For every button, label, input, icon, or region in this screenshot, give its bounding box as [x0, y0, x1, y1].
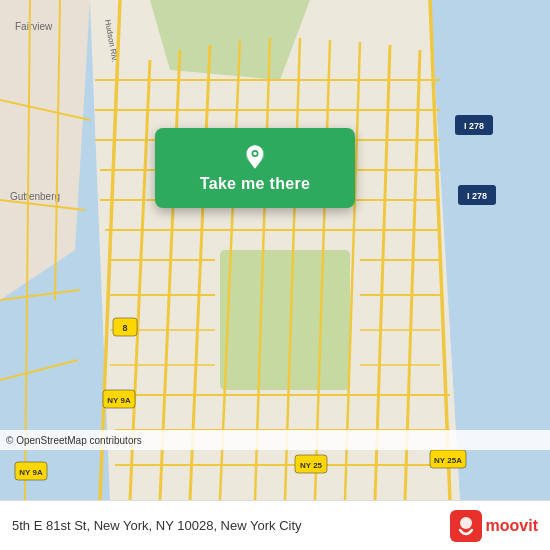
svg-text:Guttenberg: Guttenberg	[10, 191, 60, 202]
svg-text:NY 9A: NY 9A	[107, 396, 131, 405]
svg-text:NY 25A: NY 25A	[434, 456, 462, 465]
bottom-bar: 5th E 81st St, New York, NY 10028, New Y…	[0, 500, 550, 550]
cta-label: Take me there	[200, 175, 310, 193]
svg-text:NY 9A: NY 9A	[19, 468, 43, 477]
map-background: Fairview Guttenberg	[0, 0, 550, 500]
svg-text:I 278: I 278	[464, 121, 484, 131]
svg-point-63	[460, 517, 472, 529]
map-container: Fairview Guttenberg	[0, 0, 550, 500]
svg-rect-4	[220, 250, 350, 390]
moovit-icon	[450, 510, 482, 542]
moovit-wordmark: moovit	[486, 517, 538, 535]
svg-text:8: 8	[122, 323, 127, 333]
moovit-logo: moovit	[450, 510, 538, 542]
map-pin-icon	[241, 143, 269, 171]
svg-text:Fairview: Fairview	[15, 21, 53, 32]
take-me-there-button[interactable]: Take me there	[155, 128, 355, 208]
svg-point-61	[253, 152, 257, 156]
address-text: 5th E 81st St, New York, NY 10028, New Y…	[12, 518, 302, 533]
svg-text:NY 25: NY 25	[300, 461, 323, 470]
svg-text:I 278: I 278	[467, 191, 487, 201]
map-attribution: © OpenStreetMap contributors	[0, 430, 550, 450]
